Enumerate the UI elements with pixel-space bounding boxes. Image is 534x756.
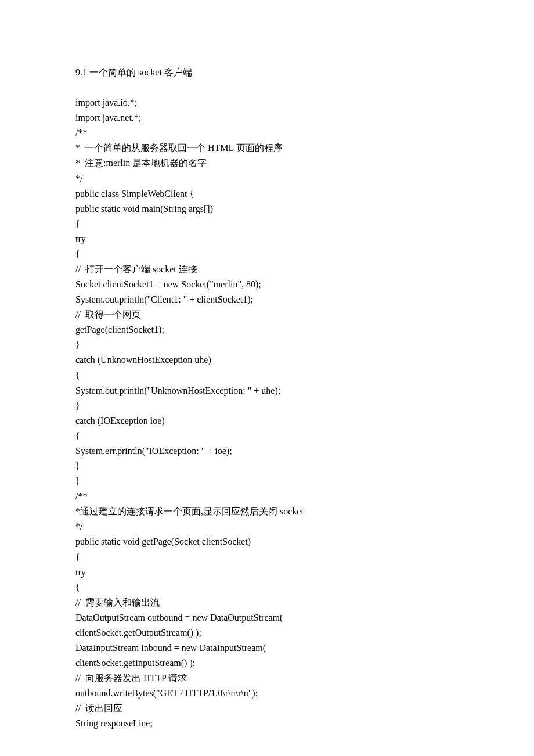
code-line: }: [75, 337, 459, 352]
code-line: /**: [75, 125, 459, 141]
code-line: catch (IOException ioe): [75, 413, 459, 429]
code-line: {: [75, 247, 459, 262]
code-line: System.out.println("Client1: " + clientS…: [75, 292, 459, 307]
code-line: DataInputStream inbound = new DataInputS…: [75, 640, 459, 656]
code-block: 9.1 一个简单的 socket 客户端import java.io.*;imp…: [75, 65, 459, 731]
code-line: */: [75, 171, 459, 186]
code-line: // 读出回应: [75, 701, 459, 716]
blank-line: [75, 80, 459, 95]
code-line: // 向服务器发出 HTTP 请求: [75, 671, 459, 686]
code-line: * 注意:merlin 是本地机器的名字: [75, 156, 459, 171]
code-line: }: [75, 459, 459, 474]
code-line: try: [75, 565, 459, 580]
code-line: 9.1 一个简单的 socket 客户端: [75, 65, 459, 80]
code-line: catch (UnknownHostException uhe): [75, 352, 459, 368]
code-line: // 取得一个网页: [75, 307, 459, 322]
code-line: }: [75, 398, 459, 413]
code-line: // 打开一个客户端 socket 连接: [75, 262, 459, 277]
code-line: clientSocket.getInputStream() );: [75, 656, 459, 671]
code-line: {: [75, 429, 459, 444]
code-line: {: [75, 217, 459, 232]
code-line: try: [75, 232, 459, 247]
code-line: getPage(clientSocket1);: [75, 322, 459, 337]
code-line: import java.net.*;: [75, 110, 459, 125]
code-line: System.err.println("IOException: " + ioe…: [75, 444, 459, 459]
code-line: outbound.writeBytes("GET / HTTP/1.0\r\n\…: [75, 686, 459, 701]
code-line: String responseLine;: [75, 716, 459, 731]
code-line: public static void getPage(Socket client…: [75, 534, 459, 549]
code-line: public static void main(String args[]): [75, 201, 459, 217]
code-line: System.out.println("UnknownHostException…: [75, 383, 459, 398]
code-line: */: [75, 519, 459, 534]
code-line: clientSocket.getOutputStream() );: [75, 625, 459, 640]
code-line: {: [75, 550, 459, 565]
code-line: import java.io.*;: [75, 95, 459, 110]
code-line: {: [75, 368, 459, 383]
code-line: Socket clientSocket1 = new Socket("merli…: [75, 277, 459, 292]
document-page: 9.1 一个简单的 socket 客户端import java.io.*;imp…: [0, 0, 534, 756]
code-line: *通过建立的连接请求一个页面,显示回应然后关闭 socket: [75, 504, 459, 519]
code-line: /**: [75, 489, 459, 504]
code-line: DataOutputStream outbound = new DataOutp…: [75, 610, 459, 625]
code-line: // 需要输入和输出流: [75, 595, 459, 610]
code-line: public class SimpleWebClient {: [75, 186, 459, 201]
code-line: * 一个简单的从服务器取回一个 HTML 页面的程序: [75, 141, 459, 156]
code-line: {: [75, 580, 459, 595]
code-line: }: [75, 474, 459, 489]
